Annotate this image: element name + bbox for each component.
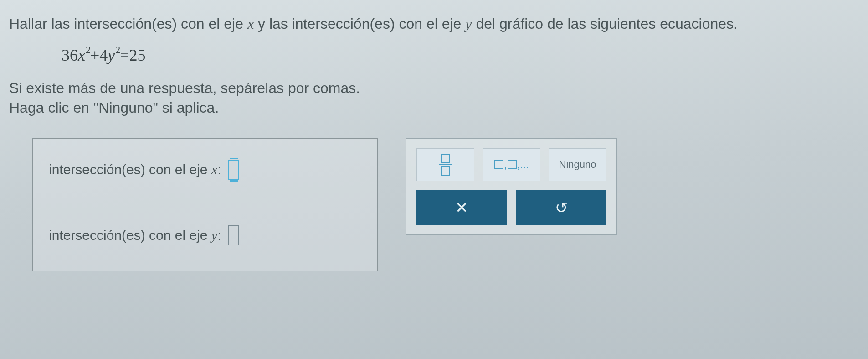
fraction-button[interactable] [416,148,474,181]
reset-button[interactable]: ↺ [516,190,607,225]
coef: 4 [99,46,108,65]
y-intercept-row: intersección(es) con el eje y: [49,225,361,245]
clear-button[interactable]: ✕ [416,190,507,225]
op-plus: + [90,46,99,65]
ninguno-button[interactable]: Ninguno [549,148,606,181]
list-box-icon [494,160,503,169]
fraction-icon [439,154,452,176]
list-box-icon [508,160,517,169]
exponent: 2 [115,44,120,56]
var: y [108,46,115,65]
y-intercept-label: intersección(es) con el eje y: [49,228,221,243]
question-part: del gráfico de las siguientes ecuaciones… [472,16,738,32]
ninguno-label: Ninguno [559,159,596,171]
var: x [78,46,85,65]
reset-icon: ↺ [555,198,568,217]
instructions-block: Si existe más de una respuesta, sepárela… [9,78,859,118]
op-eq: = [120,46,129,65]
list-button[interactable]: ,,... [483,148,540,181]
coef: 36 [62,46,78,65]
x-intercept-row: intersección(es) con el eje x: [49,160,361,180]
x-intercept-label: intersección(es) con el eje x: [49,162,221,177]
y-intercept-input[interactable] [228,225,239,245]
rhs: 25 [129,46,146,65]
close-icon: ✕ [455,198,468,217]
palette-row-tools: ,,... Ninguno [416,148,606,181]
palette-row-actions: ✕ ↺ [416,190,606,225]
question-prompt: Hallar las intersección(es) con el eje x… [9,14,859,34]
instruction-line: Si existe más de una respuesta, sepárela… [9,78,859,98]
instruction-line: Haga clic en "Ninguno" si aplica. [9,98,859,118]
var-x: x [247,16,254,32]
answer-area: intersección(es) con el eje x: intersecc… [32,138,859,271]
equation-display: 36x2 + 4y2 = 25 [62,46,859,65]
x-intercept-input[interactable] [228,160,239,180]
question-part: Hallar las intersección(es) con el eje [9,16,247,32]
answer-box: intersección(es) con el eje x: intersecc… [32,138,378,271]
question-part: y las intersección(es) con el eje [254,16,465,32]
var-y: y [465,16,472,32]
exponent: 2 [86,44,91,56]
input-palette: ,,... Ninguno ✕ ↺ [406,138,617,235]
